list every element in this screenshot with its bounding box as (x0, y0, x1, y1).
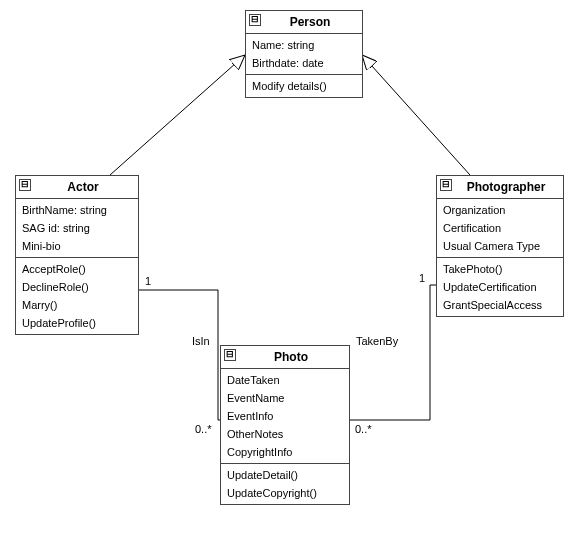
class-photographer[interactable]: ⊟ Photographer Organization Certificatio… (436, 175, 564, 317)
operation: UpdateCertification (437, 278, 563, 296)
attribute: Certification (437, 219, 563, 237)
attribute: OtherNotes (221, 425, 349, 443)
attribute: Name: string (246, 36, 362, 54)
attribute: SAG id: string (16, 219, 138, 237)
operation: TakePhoto() (437, 260, 563, 278)
operation: AcceptRole() (16, 260, 138, 278)
collapse-icon[interactable]: ⊟ (440, 179, 452, 191)
gen-actor-person (110, 55, 245, 175)
attribute: Usual Camera Type (437, 237, 563, 255)
mult-photographer-side: 1 (419, 272, 425, 284)
attributes-section: DateTaken EventName EventInfo OtherNotes… (221, 369, 349, 464)
assoc-actor-photo (139, 290, 220, 420)
attributes-section: BirthName: string SAG id: string Mini-bi… (16, 199, 138, 258)
operations-section: Modify details() (246, 75, 362, 97)
attribute: Organization (437, 201, 563, 219)
attribute: DateTaken (221, 371, 349, 389)
operation: Modify details() (246, 77, 362, 95)
class-title: ⊟ Person (246, 11, 362, 34)
operation: UpdateCopyright() (221, 484, 349, 502)
operations-section: AcceptRole() DeclineRole() Marry() Updat… (16, 258, 138, 334)
attributes-section: Organization Certification Usual Camera … (437, 199, 563, 258)
gen-photographer-person (362, 55, 470, 175)
mult-photo-side-takenby: 0..* (355, 423, 372, 435)
attribute: EventInfo (221, 407, 349, 425)
operation: GrantSpecialAccess (437, 296, 563, 314)
attribute: Birthdate: date (246, 54, 362, 72)
collapse-icon[interactable]: ⊟ (249, 14, 261, 26)
class-title: ⊟ Actor (16, 176, 138, 199)
attributes-section: Name: string Birthdate: date (246, 34, 362, 75)
attribute: CopyrightInfo (221, 443, 349, 461)
collapse-icon[interactable]: ⊟ (224, 349, 236, 361)
collapse-icon[interactable]: ⊟ (19, 179, 31, 191)
class-person[interactable]: ⊟ Person Name: string Birthdate: date Mo… (245, 10, 363, 98)
attribute: EventName (221, 389, 349, 407)
operation: UpdateDetail() (221, 466, 349, 484)
class-actor[interactable]: ⊟ Actor BirthName: string SAG id: string… (15, 175, 139, 335)
mult-actor-side: 1 (145, 275, 151, 287)
class-name-label: Photo (274, 350, 308, 364)
operations-section: UpdateDetail() UpdateCopyright() (221, 464, 349, 504)
class-name-label: Person (290, 15, 331, 29)
assoc-label-takenby: TakenBy (356, 335, 398, 347)
class-name-label: Photographer (467, 180, 546, 194)
class-title: ⊟ Photographer (437, 176, 563, 199)
class-name-label: Actor (67, 180, 98, 194)
assoc-label-isin: IsIn (192, 335, 210, 347)
attribute: Mini-bio (16, 237, 138, 255)
mult-photo-side-isin: 0..* (195, 423, 212, 435)
operations-section: TakePhoto() UpdateCertification GrantSpe… (437, 258, 563, 316)
class-title: ⊟ Photo (221, 346, 349, 369)
operation: UpdateProfile() (16, 314, 138, 332)
attribute: BirthName: string (16, 201, 138, 219)
operation: DeclineRole() (16, 278, 138, 296)
class-photo[interactable]: ⊟ Photo DateTaken EventName EventInfo Ot… (220, 345, 350, 505)
operation: Marry() (16, 296, 138, 314)
assoc-photo-photographer (350, 285, 436, 420)
